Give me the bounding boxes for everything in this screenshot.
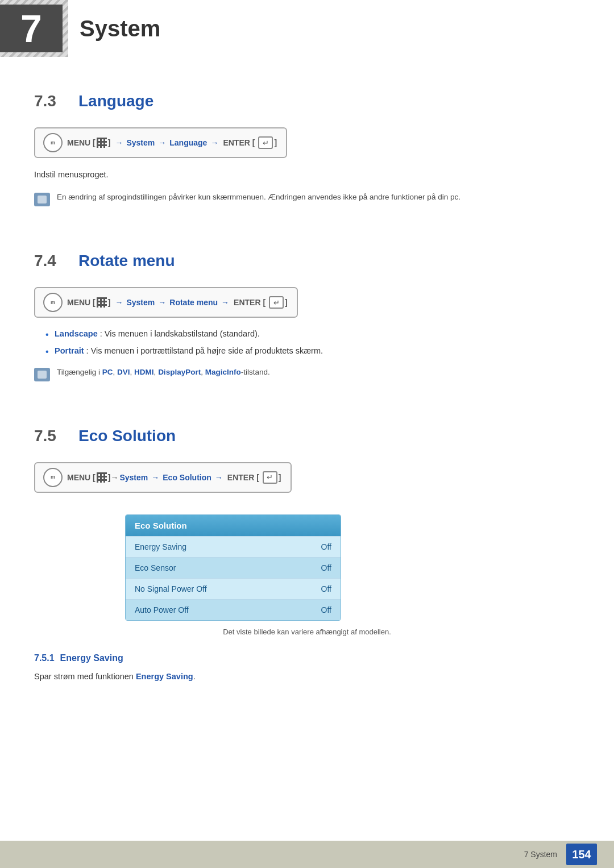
bullet-item-landscape: Landscape : Vis menuen i landskabstilsta… (45, 328, 580, 340)
chapter-title: System (80, 16, 160, 41)
section-sep-75 (34, 397, 580, 416)
section-title-75: Eco Solution (78, 427, 176, 445)
no-signal-power-off-value: Off (321, 584, 331, 593)
chapter-header: 7 System (0, 0, 614, 57)
eco-sensor-label: Eco Sensor (135, 563, 176, 572)
energy-saving-bold: Energy Saving (136, 672, 193, 681)
hdmi-label: HDMI (134, 368, 154, 376)
note-box-74: Tilgængelig i PC, DVI, HDMI, DisplayPort… (34, 367, 580, 381)
eco-row-no-signal: No Signal Power Off Off (126, 578, 341, 599)
portrait-text: : Vis menuen i portrættilstand på højre … (86, 346, 323, 355)
note-text-73: En ændring af sprogindstillingen påvirke… (57, 192, 460, 203)
menu-system-74: System (126, 298, 155, 307)
eco-panel-header: Eco Solution (126, 515, 341, 536)
menu-remote-icon-75: m (43, 468, 63, 487)
menu-path-73: m MENU [ ] → System → Language → ENTER [… (34, 127, 287, 158)
eco-row-eco-sensor: Eco Sensor Off (126, 557, 341, 578)
auto-power-off-value: Off (321, 605, 331, 614)
displayport-label: DisplayPort (158, 368, 201, 376)
note-icon-73 (34, 193, 50, 206)
magicinfo-label: MagicInfo (205, 368, 241, 376)
menu-system-73: System (126, 138, 155, 147)
menu-feature-74: Rotate menu (169, 298, 218, 307)
menu-grid-icon-74 (97, 297, 107, 308)
subsection-number-751: 7.5.1 (34, 653, 55, 663)
subsection-title-751: Energy Saving (60, 653, 123, 663)
chapter-number: 7 (20, 9, 42, 48)
note-icon-74 (34, 368, 50, 381)
enter-icon-73: ↵ (258, 136, 273, 149)
subsection-desc-after: . (193, 672, 196, 681)
landscape-text: : Vis menuen i landskabstilstand (standa… (100, 329, 260, 338)
enter-icon-74: ↵ (269, 296, 284, 309)
section-title-73: Language (78, 92, 154, 110)
menu-path-74: m MENU [ ] → System → Rotate menu → ENTE… (34, 287, 298, 318)
auto-power-off-label: Auto Power Off (135, 605, 189, 614)
chapter-number-box: 7 (0, 5, 63, 52)
pc-label: PC (102, 368, 113, 376)
landscape-label: Landscape (55, 329, 98, 338)
enter-icon-75: ↵ (263, 471, 277, 484)
menu-grid-icon (97, 138, 107, 148)
section-title-74: Rotate menu (78, 252, 175, 270)
page-content: 7.3 Language m MENU [ ] → System → Langu… (0, 63, 614, 739)
dvi-label: DVI (117, 368, 130, 376)
portrait-label: Portrait (55, 346, 84, 355)
eco-solution-panel: Eco Solution Energy Saving Off Eco Senso… (125, 514, 341, 621)
page-footer: 7 System 154 (0, 841, 614, 868)
eco-sensor-value: Off (321, 563, 331, 572)
menu-remote-icon-74: m (43, 293, 63, 312)
menu-remote-icon: m (43, 133, 63, 152)
subsection-desc-751: Spar strøm med funktionen Energy Saving. (34, 670, 580, 683)
eco-energy-saving-value: Off (321, 542, 331, 551)
section-heading-73: 7.3 Language (34, 92, 580, 110)
bullet-item-portrait: Portrait : Vis menuen i portrættilstand … (45, 345, 580, 358)
eco-row-energy-saving: Energy Saving Off (126, 536, 341, 557)
menu-grid-icon-75 (97, 472, 107, 483)
footer-page-number: 154 (566, 844, 597, 865)
bullet-list-74: Landscape : Vis menuen i landskabstilsta… (34, 328, 580, 358)
section-sep-73 (34, 63, 580, 81)
menu-path-75: m MENU [ ]→ System → Eco Solution → ENTE… (34, 462, 292, 493)
no-signal-power-off-label: No Signal Power Off (135, 584, 207, 593)
section-number-75: 7.5 (34, 427, 68, 445)
section-heading-74: 7.4 Rotate menu (34, 252, 580, 270)
section-number-74: 7.4 (34, 252, 68, 270)
note-box-73: En ændring af sprogindstillingen påvirke… (34, 192, 580, 206)
section-heading-75: 7.5 Eco Solution (34, 427, 580, 445)
note-text-74: Tilgængelig i PC, DVI, HDMI, DisplayPort… (57, 367, 270, 378)
description-73: Indstil menusproget. (34, 168, 580, 181)
image-caption-75: Det viste billede kan variere afhængigt … (34, 628, 580, 636)
footer-section-label: 7 System (524, 850, 557, 859)
subsection-heading-751: 7.5.1 Energy Saving (34, 653, 580, 663)
menu-feature-73: Language (169, 138, 207, 147)
section-number-73: 7.3 (34, 92, 68, 110)
menu-system-75: System (119, 473, 148, 482)
section-sep-74 (34, 222, 580, 240)
eco-row-auto-power-off: Auto Power Off Off (126, 599, 341, 620)
eco-energy-saving-label: Energy Saving (135, 542, 186, 551)
subsection-desc-before: Spar strøm med funktionen (34, 672, 136, 681)
menu-feature-75: Eco Solution (163, 473, 211, 482)
